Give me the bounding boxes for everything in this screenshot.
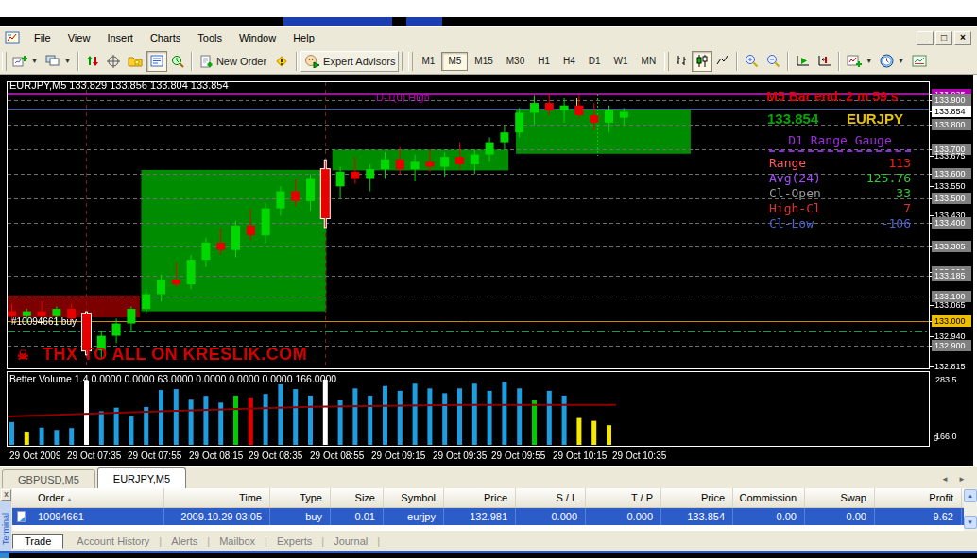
metatrader-window: FileViewInsertChartsToolsWindowHelp _ □ … — [0, 0, 977, 560]
price-axis-label: 133.675 — [932, 150, 971, 161]
column-header-commission[interactable]: Commission — [733, 488, 805, 507]
terminal-tab-mailbox[interactable]: Mailbox — [210, 535, 265, 547]
column-header-t-p[interactable]: T / P — [586, 488, 661, 507]
timeframe-mn-button[interactable]: MN — [635, 52, 663, 71]
close-button[interactable]: × — [954, 31, 971, 45]
scroll-down-button[interactable]: ▼ — [964, 516, 977, 529]
price-axis[interactable]: 133.925133.900133.854133.800133.700133.6… — [932, 75, 973, 447]
timeframe-w1-button[interactable]: W1 — [608, 52, 635, 71]
terminal-tab-experts[interactable]: Experts — [267, 535, 321, 547]
time-axis-label: 29 Oct 2009 — [9, 450, 60, 461]
chart-tab-gbpusd-m5[interactable]: GBPUSD,M5 — [2, 469, 95, 488]
column-header-size[interactable]: Size — [331, 488, 384, 507]
terminal-list-icon — [150, 55, 163, 67]
timeframe-m1-button[interactable]: M1 — [415, 52, 441, 71]
restore-button[interactable]: □ — [935, 31, 952, 45]
terminal-tab-account-history[interactable]: Account History — [67, 535, 159, 547]
price-axis-label: 133.900 — [932, 94, 971, 106]
timeframe-m15-button[interactable]: M15 — [468, 52, 499, 71]
bid-price-overlay: 133.854 EURJPY — [767, 110, 903, 127]
data-window-button[interactable] — [103, 51, 124, 72]
timeframe-m5-button[interactable]: M5 — [441, 52, 468, 71]
terminal-close-button[interactable]: x — [1, 489, 11, 501]
orders-table-header: Order ▲TimeTypeSizeSymbolPriceS / LT / P… — [12, 488, 964, 508]
column-header-price[interactable]: Price — [444, 488, 516, 507]
gauge-row-high-cl: High-Cl7 — [765, 201, 915, 216]
zoom-in-button[interactable] — [741, 51, 763, 72]
new-order-button[interactable]: New Order — [196, 51, 270, 72]
periods-button[interactable]: ▼ — [876, 51, 908, 72]
column-header-order[interactable]: Order ▲ — [13, 488, 164, 507]
order-cell-price2: 133.854 — [661, 508, 733, 525]
indicators-button[interactable]: ▼ — [843, 51, 876, 72]
scroll-up-button[interactable]: ▲ — [964, 489, 977, 502]
column-header-profit[interactable]: Profit — [875, 488, 962, 507]
order-row[interactable]: 100946612009.10.29 03:05buy0.01eurjpy132… — [12, 508, 964, 525]
new-order-icon — [199, 55, 214, 68]
terminal-caption[interactable]: Terminal — [0, 501, 11, 551]
profiles-button[interactable]: ▼ — [42, 51, 75, 72]
expert-advisor-icon — [304, 54, 320, 68]
gauge-value: -106 — [882, 216, 911, 231]
strategy-tester-button[interactable] — [167, 51, 188, 72]
menu-file[interactable]: File — [26, 29, 60, 46]
column-header-time[interactable]: Time — [164, 488, 270, 507]
column-header-symbol[interactable]: Symbol — [384, 488, 444, 507]
zoom-out-icon — [766, 54, 780, 68]
timeframe-d1-button[interactable]: D1 — [582, 52, 608, 71]
menu-insert[interactable]: Insert — [98, 29, 142, 46]
menu-tools[interactable]: Tools — [189, 29, 231, 46]
line-chart-button[interactable] — [712, 51, 733, 72]
terminal-tab-trade[interactable]: Trade — [12, 534, 63, 549]
templates-button[interactable] — [908, 51, 931, 72]
price-axis-label: 133.400 — [932, 217, 971, 229]
column-header-s-l[interactable]: S / L — [516, 488, 586, 507]
auto-scroll-button[interactable] — [792, 51, 814, 72]
order-cell-tp: 0.000 — [586, 508, 661, 525]
column-header-price[interactable]: Price — [661, 488, 733, 507]
toolbar-grip[interactable] — [2, 52, 7, 71]
time-axis-label: 29 Oct 10:35 — [612, 450, 666, 461]
gauge-label: Cl-Low — [769, 216, 814, 231]
add-indicator-icon — [847, 55, 862, 68]
time-axis-label: 29 Oct 09:35 — [433, 450, 487, 461]
tab-scroll-arrows[interactable]: ◄ ► — [941, 475, 969, 488]
menu-window[interactable]: Window — [231, 29, 284, 46]
price-axis-label: 133.800 — [932, 119, 971, 130]
minimize-button[interactable]: _ — [917, 31, 934, 45]
time-axis[interactable]: 29 Oct 200929 Oct 07:3529 Oct 07:5529 Oc… — [0, 450, 973, 466]
new-chart-icon — [12, 55, 27, 68]
chevron-down-icon: ▼ — [866, 58, 872, 64]
d1-range-gauge: D1 Range Gauge Range113Avg(24)125.76Cl-O… — [765, 133, 915, 231]
toolbar-grip[interactable] — [664, 52, 669, 71]
terminal-scrollbar[interactable]: ▲ ▼ — [964, 488, 977, 531]
market-watch-button[interactable] — [82, 51, 103, 72]
toolbar-grip[interactable] — [408, 52, 413, 71]
candlestick-button[interactable] — [692, 51, 712, 72]
chevron-down-icon: ▼ — [898, 58, 904, 64]
expert-advisors-label: Expert Advisors — [323, 56, 395, 67]
timeframe-h1-button[interactable]: H1 — [531, 52, 557, 71]
menu-bar: FileViewInsertChartsToolsWindowHelp _ □ … — [0, 26, 977, 48]
metaeditor-button[interactable] — [270, 51, 293, 72]
expert-advisors-button[interactable]: Expert Advisors — [300, 51, 399, 72]
terminal-tab-journal[interactable]: Journal — [324, 535, 377, 547]
gauge-row-range: Range113 — [765, 156, 915, 171]
zoom-out-button[interactable] — [763, 51, 784, 72]
menu-help[interactable]: Help — [284, 29, 323, 46]
chart-shift-button[interactable] — [814, 51, 835, 72]
terminal-tab-alerts[interactable]: Alerts — [162, 535, 207, 547]
new-chart-button[interactable]: ▼ — [9, 51, 42, 72]
menu-view[interactable]: View — [60, 29, 99, 46]
chart-tab-eurjpy-m5[interactable]: EURJPY,M5 — [97, 467, 186, 488]
navigator-button[interactable] — [124, 51, 146, 72]
timeframe-h4-button[interactable]: H4 — [557, 52, 582, 71]
timeframe-m30-button[interactable]: M30 — [500, 52, 531, 71]
terminal-button[interactable] — [146, 51, 167, 72]
column-header-swap[interactable]: Swap — [805, 488, 875, 507]
column-header-type[interactable]: Type — [270, 488, 331, 507]
menu-charts[interactable]: Charts — [142, 29, 189, 46]
bar-chart-button[interactable] — [671, 51, 692, 72]
time-axis-label: 29 Oct 08:55 — [310, 450, 364, 461]
title-bar — [0, 17, 977, 26]
